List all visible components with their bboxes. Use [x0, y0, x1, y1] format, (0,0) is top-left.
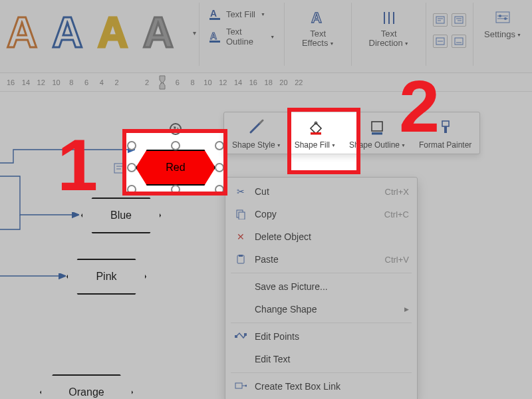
svg-rect-8 — [436, 17, 444, 23]
ruler-tick: 18 — [265, 78, 273, 86]
shape-orange-hexagon[interactable]: Orange — [40, 374, 133, 399]
outline-icon — [367, 118, 387, 138]
text-outline-label: Text Outline — [226, 27, 265, 47]
svg-rect-11 — [455, 17, 463, 23]
ctx-delete-label: Delete Object — [249, 231, 409, 242]
wordart-style-gallery[interactable]: A A A A ▾ — [0, 3, 199, 63]
ctx-edit-text[interactable]: Edit Text — [225, 348, 417, 370]
ruler-tick: 6 — [174, 78, 182, 86]
ctx-save-as-picture[interactable]: Save as Picture... — [225, 275, 417, 298]
wordart-style-3[interactable]: A — [97, 11, 128, 54]
align-mini-2[interactable] — [452, 13, 466, 27]
text-direction-icon — [380, 9, 398, 27]
svg-rect-30 — [372, 122, 382, 131]
chevron-down-icon: ▼ — [331, 143, 336, 148]
ruler-tick: 22 — [295, 78, 303, 86]
svg-rect-31 — [372, 132, 382, 135]
ruler-tick: 20 — [279, 78, 287, 86]
horizontal-ruler[interactable]: 161412108642246810121416182022 — [0, 73, 532, 92]
settings-label: Settings — [484, 29, 515, 39]
ruler-indent-marker[interactable] — [154, 74, 173, 90]
ctx-copy-shortcut: Ctrl+C — [384, 209, 409, 219]
shape-mini-toolbar: Shape Style▼ Shape Fill▼ Shape Outline▼ … — [223, 112, 480, 154]
ctx-edit-points[interactable]: Edit Points — [225, 325, 417, 348]
copy-icon — [232, 209, 249, 219]
ruler-tick: 2 — [143, 78, 151, 86]
svg-text:A: A — [210, 8, 217, 19]
submenu-arrow-icon: ▶ — [404, 306, 409, 313]
ctx-copy-label: Copy — [249, 209, 384, 219]
settings-button[interactable]: Settings▼ — [480, 7, 525, 42]
text-fill-label: Text Fill — [226, 9, 255, 19]
ruler-tick: 12 — [37, 78, 45, 86]
ctx-separator — [231, 323, 412, 323]
ctx-cut-label: Cut — [249, 186, 385, 197]
ruler-tick: 14 — [234, 78, 242, 86]
svg-rect-18 — [496, 12, 509, 23]
text-direction-button[interactable]: Text Direction▼ — [358, 7, 419, 51]
delete-icon: ✕ — [232, 231, 249, 242]
text-effects-label: Text Effects — [302, 29, 329, 48]
ctx-cut[interactable]: ✂ Cut Ctrl+X — [225, 180, 417, 203]
text-effects-icon: A — [309, 9, 327, 27]
ctx-edit-points-label: Edit Points — [249, 331, 409, 342]
ctx-edit-text-label: Edit Text — [249, 354, 409, 364]
ruler-tick: 8 — [67, 78, 75, 86]
ruler-tick: 16 — [7, 78, 15, 86]
svg-rect-37 — [239, 255, 243, 257]
edit-points-icon — [232, 332, 249, 341]
chevron-down-icon: ▼ — [277, 143, 281, 148]
text-direction-group: Text Direction▼ — [351, 3, 426, 66]
ruler-tick: 14 — [22, 78, 30, 86]
ruler-tick: 2 — [113, 78, 121, 86]
text-direction-label: Text Direction — [369, 29, 403, 48]
ctx-separator — [231, 273, 412, 273]
callout-number-2: 2 — [399, 64, 440, 148]
ctx-paste[interactable]: Paste Ctrl+V — [225, 248, 417, 271]
ctx-delete[interactable]: ✕ Delete Object — [225, 225, 417, 248]
ctx-copy[interactable]: Copy Ctrl+C — [225, 203, 417, 225]
shape-orange-label: Orange — [68, 386, 104, 398]
svg-rect-32 — [442, 121, 449, 126]
svg-point-41 — [245, 385, 247, 387]
settings-icon — [493, 9, 512, 27]
anchor-icon — [113, 162, 128, 176]
svg-rect-25 — [114, 164, 125, 173]
svg-rect-29 — [311, 132, 321, 135]
shape-red-hexagon[interactable]: Red — [136, 150, 215, 186]
align-mini-3[interactable] — [433, 35, 448, 48]
callout-number-1: 1 — [57, 122, 98, 207]
gallery-more-icon[interactable]: ▾ — [188, 29, 199, 37]
svg-text:A: A — [210, 31, 217, 41]
settings-group: Settings▼ — [473, 3, 532, 66]
shape-fill-button[interactable]: Shape Fill▼ — [288, 115, 342, 151]
svg-rect-40 — [235, 383, 242, 388]
shape-pink-hexagon[interactable]: Pink — [66, 259, 146, 295]
ruler-tick: 10 — [203, 78, 211, 86]
shape-pink-label: Pink — [96, 271, 116, 283]
shape-fill-label: Shape Fill — [295, 140, 330, 150]
text-outline-button[interactable]: A Text Outline ▼ — [206, 25, 277, 48]
paste-icon — [232, 254, 249, 265]
ctx-paste-shortcut: Ctrl+V — [385, 255, 409, 265]
chevron-down-icon: ▼ — [270, 35, 275, 39]
svg-rect-16 — [455, 38, 463, 45]
wordart-style-1[interactable]: A — [7, 11, 37, 54]
wordart-style-2[interactable]: A — [52, 11, 82, 54]
context-menu: ✂ Cut Ctrl+X Copy Ctrl+C ✕ Delete Object… — [225, 177, 418, 399]
align-mini-1[interactable] — [433, 13, 448, 27]
wordart-style-4[interactable]: A — [143, 11, 174, 54]
ctx-paste-label: Paste — [249, 254, 385, 265]
text-fill-outline-group: A Text Fill ▼ A Text Outline ▼ — [199, 3, 284, 66]
shape-style-button[interactable]: Shape Style▼ — [225, 115, 288, 151]
align-mini-4[interactable] — [452, 35, 466, 48]
ctx-create-textbox-link[interactable]: Create Text Box Link — [225, 375, 417, 398]
text-fill-button[interactable]: A Text Fill ▼ — [206, 7, 268, 21]
ctx-change-shape[interactable]: Change Shape ▶ — [225, 298, 417, 321]
svg-rect-1 — [209, 18, 220, 20]
textbox-link-icon — [232, 382, 249, 391]
ruler-tick: 16 — [249, 78, 257, 86]
text-effects-button[interactable]: A Text Effects▼ — [291, 7, 344, 51]
ctx-save-pic-label: Save as Picture... — [249, 281, 409, 292]
align-mini-group — [426, 3, 473, 66]
